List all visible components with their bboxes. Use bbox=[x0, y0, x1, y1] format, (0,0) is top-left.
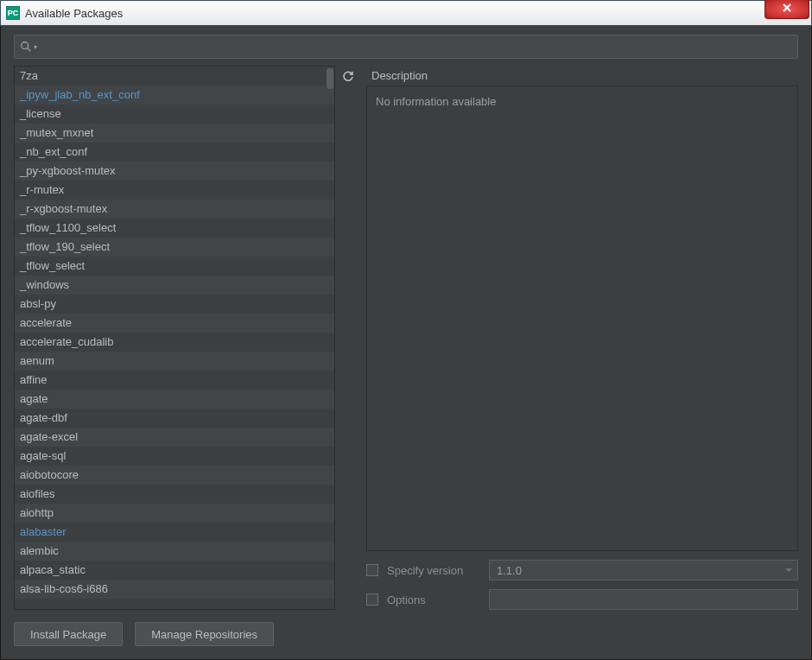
list-item[interactable]: _tflow_1100_select bbox=[15, 219, 334, 238]
svg-line-1 bbox=[28, 48, 31, 52]
footer-buttons: Install Package Manage Repositories bbox=[14, 622, 798, 646]
list-item[interactable]: _mutex_mxnet bbox=[15, 124, 334, 143]
scrollbar[interactable] bbox=[326, 67, 334, 609]
reload-button[interactable] bbox=[339, 67, 358, 86]
list-item[interactable]: _license bbox=[15, 105, 334, 124]
chevron-down-icon bbox=[785, 568, 792, 572]
list-item[interactable]: alsa-lib-cos6-i686 bbox=[15, 580, 334, 599]
right-column: Description No information available Spe… bbox=[366, 66, 798, 610]
main-area: 7za_ipyw_jlab_nb_ext_conf_license_mutex_… bbox=[14, 66, 798, 610]
options-input[interactable] bbox=[489, 589, 798, 610]
list-item[interactable]: alabaster bbox=[15, 523, 334, 542]
specify-version-checkbox[interactable] bbox=[366, 564, 378, 576]
list-item[interactable]: agate-excel bbox=[15, 428, 334, 447]
list-item[interactable]: aenum bbox=[15, 352, 334, 371]
reload-column bbox=[339, 66, 359, 610]
window-titlebar: PC Available Packages bbox=[0, 0, 812, 26]
list-item[interactable]: _tflow_select bbox=[15, 257, 334, 276]
description-header: Description bbox=[366, 66, 798, 86]
list-item[interactable]: agate-sql bbox=[15, 447, 334, 466]
search-input[interactable]: ▾ bbox=[14, 35, 798, 59]
description-body: No information available bbox=[366, 86, 798, 551]
list-item[interactable]: alembic bbox=[15, 542, 334, 561]
reload-icon bbox=[341, 69, 355, 86]
list-item[interactable]: _r-mutex bbox=[15, 181, 334, 200]
list-item[interactable]: agate-dbf bbox=[15, 409, 334, 428]
list-item[interactable]: 7za bbox=[15, 67, 334, 86]
options-row: Options bbox=[366, 589, 798, 610]
left-column: 7za_ipyw_jlab_nb_ext_conf_license_mutex_… bbox=[14, 66, 359, 610]
list-item[interactable]: _r-xgboost-mutex bbox=[15, 200, 334, 219]
list-item[interactable]: _windows bbox=[15, 276, 334, 295]
scroll-thumb[interactable] bbox=[327, 68, 333, 89]
specify-version-row: Specify version 1.1.0 bbox=[366, 560, 798, 581]
list-item[interactable]: aiofiles bbox=[15, 485, 334, 504]
chevron-down-icon: ▾ bbox=[34, 43, 37, 51]
list-item[interactable]: accelerate_cudalib bbox=[15, 333, 334, 352]
options-label: Options bbox=[387, 593, 480, 606]
svg-point-0 bbox=[22, 42, 29, 49]
list-item[interactable]: _nb_ext_conf bbox=[15, 143, 334, 162]
package-list-container: 7za_ipyw_jlab_nb_ext_conf_license_mutex_… bbox=[14, 66, 335, 610]
list-item[interactable]: affine bbox=[15, 371, 334, 390]
list-item[interactable]: _py-xgboost-mutex bbox=[15, 162, 334, 181]
app-icon: PC bbox=[6, 6, 20, 20]
package-list[interactable]: 7za_ipyw_jlab_nb_ext_conf_license_mutex_… bbox=[15, 67, 334, 609]
list-item[interactable]: aiohttp bbox=[15, 504, 334, 523]
window-title: Available Packages bbox=[25, 7, 123, 20]
options-checkbox[interactable] bbox=[366, 593, 378, 606]
list-item[interactable]: _ipyw_jlab_nb_ext_conf bbox=[15, 86, 334, 105]
bottom-controls: Specify version 1.1.0 Options bbox=[366, 560, 798, 610]
list-item[interactable]: aiobotocore bbox=[15, 466, 334, 485]
version-select[interactable]: 1.1.0 bbox=[489, 560, 798, 581]
list-item[interactable]: agate bbox=[15, 390, 334, 409]
list-item[interactable]: accelerate bbox=[15, 314, 334, 333]
version-value: 1.1.0 bbox=[497, 564, 522, 577]
list-item[interactable]: _tflow_190_select bbox=[15, 238, 334, 257]
install-package-button[interactable]: Install Package bbox=[14, 622, 123, 646]
manage-repositories-button[interactable]: Manage Repositories bbox=[135, 622, 274, 646]
close-button[interactable] bbox=[764, 0, 809, 19]
close-icon bbox=[781, 3, 793, 16]
list-item[interactable]: alpaca_static bbox=[15, 561, 334, 580]
window-body: ▾ 7za_ipyw_jlab_nb_ext_conf_license_mute… bbox=[0, 26, 812, 660]
search-icon bbox=[20, 41, 32, 53]
list-item[interactable]: absl-py bbox=[15, 295, 334, 314]
specify-version-label: Specify version bbox=[387, 564, 480, 577]
